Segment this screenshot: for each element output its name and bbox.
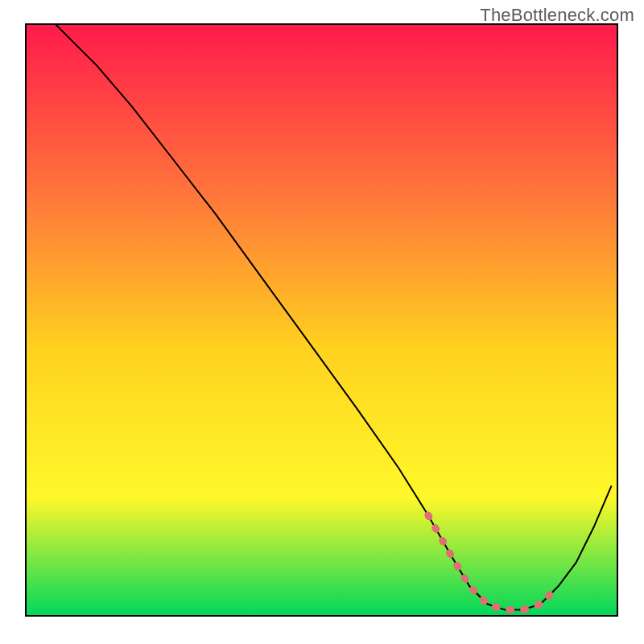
gradient-background [26, 24, 617, 616]
watermark-text: TheBottleneck.com [480, 5, 634, 26]
chart-container: TheBottleneck.com [0, 0, 644, 644]
chart-svg [0, 0, 644, 644]
